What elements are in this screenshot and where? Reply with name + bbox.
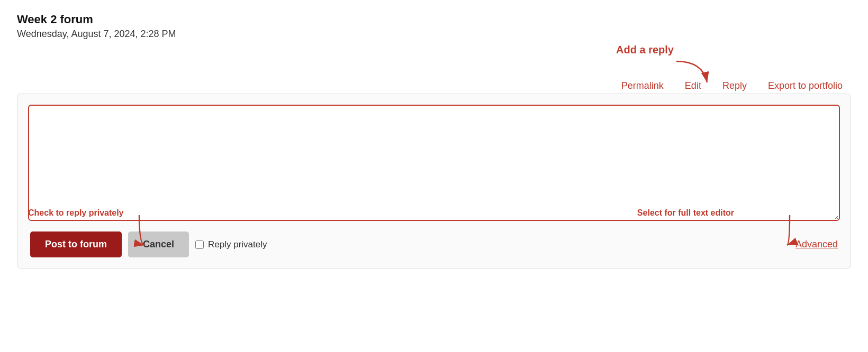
reply-privately-text: Reply privately xyxy=(208,239,267,250)
add-reply-annotation: Add a reply xyxy=(616,44,674,56)
reply-link[interactable]: Reply xyxy=(722,80,747,91)
permalink-link[interactable]: Permalink xyxy=(621,80,664,91)
reply-privately-checkbox[interactable] xyxy=(195,240,204,249)
header-section: Week 2 forum Wednesday, August 7, 2024, … xyxy=(17,13,851,40)
check-privately-arrow xyxy=(134,212,176,249)
page-wrapper: Week 2 forum Wednesday, August 7, 2024, … xyxy=(17,13,851,268)
post-to-forum-button[interactable]: Post to forum xyxy=(30,231,122,257)
check-privately-annotation: Check to reply privately xyxy=(28,208,124,218)
select-editor-arrow xyxy=(758,212,800,249)
advanced-link[interactable]: Advanced xyxy=(795,239,838,250)
select-editor-annotation: Select for full text editor xyxy=(637,208,734,218)
edit-link[interactable]: Edit xyxy=(685,80,701,91)
reply-privately-label[interactable]: Reply privately xyxy=(195,239,267,250)
action-links-row: Permalink Edit Reply Export to portfolio xyxy=(621,80,843,91)
export-to-portfolio-link[interactable]: Export to portfolio xyxy=(768,80,843,91)
reply-container: Check to reply privately Select for full… xyxy=(17,94,851,268)
reply-textarea[interactable] xyxy=(28,105,840,221)
forum-date: Wednesday, August 7, 2024, 2:28 PM xyxy=(17,29,851,40)
forum-title: Week 2 forum xyxy=(17,13,851,26)
